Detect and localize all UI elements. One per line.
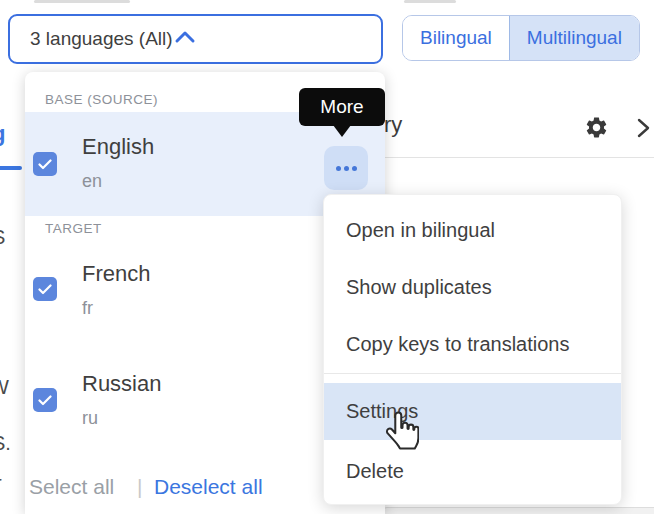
menu-divider [324,373,621,374]
more-tooltip: More [299,88,385,126]
background-text-fragment: S [0,226,5,249]
language-name-french: French [82,261,150,287]
menu-item-show-duplicates[interactable]: Show duplicates [324,259,621,316]
menu-item-delete[interactable]: Delete [324,443,621,500]
background-partial-word: ry [384,112,402,138]
screen: g S l W S. r ry 3 languages (All) Biling… [0,0,654,514]
checkbox-russian[interactable] [33,388,57,412]
active-tab-underline [0,166,22,170]
language-name-english: English [82,134,154,160]
background-surface [383,507,654,514]
chevron-right-icon[interactable] [633,117,653,143]
background-text-fragment: r [0,472,2,495]
menu-item-copy-keys[interactable]: Copy keys to translations [324,316,621,373]
menu-item-open-in-bilingual[interactable]: Open in bilingual [324,202,621,259]
language-code-english: en [82,171,102,192]
ellipsis-icon [336,166,341,171]
tooltip-arrow [333,125,351,137]
checkbox-english[interactable] [33,152,57,176]
pointer-cursor-icon [381,410,419,458]
menu-item-settings[interactable]: Settings [324,383,621,440]
background-divider [34,0,130,3]
footer-separator: | [137,475,142,499]
background-divider [404,0,456,3]
background-text-fragment: S. [0,432,11,455]
select-all-link[interactable]: Select all [29,475,114,499]
check-icon [38,395,52,406]
language-code-french: fr [82,298,93,319]
language-selector-value: 3 languages (All) [30,28,173,50]
check-icon [38,159,52,170]
base-section-label: BASE (SOURCE) [45,92,158,107]
language-code-russian: ru [82,408,98,429]
gear-icon[interactable] [584,115,609,144]
context-menu: Open in bilingual Show duplicates Copy k… [323,194,622,505]
view-toggle: Bilingual Multilingual [402,15,640,61]
toggle-multilingual[interactable]: Multilingual [509,16,639,60]
more-tooltip-label: More [320,96,363,118]
background-rule [385,157,654,158]
background-text-fragment: W [0,376,9,399]
checkbox-french[interactable] [33,277,57,301]
deselect-all-link[interactable]: Deselect all [154,475,263,499]
background-tab-fragment: g [0,121,5,147]
more-button[interactable] [324,146,368,190]
target-section-label: TARGET [45,221,102,236]
toggle-bilingual[interactable]: Bilingual [403,16,509,60]
language-name-russian: Russian [82,371,161,397]
check-icon [38,284,52,295]
language-selector[interactable]: 3 languages (All) [8,14,383,64]
chevron-up-icon [173,29,197,49]
